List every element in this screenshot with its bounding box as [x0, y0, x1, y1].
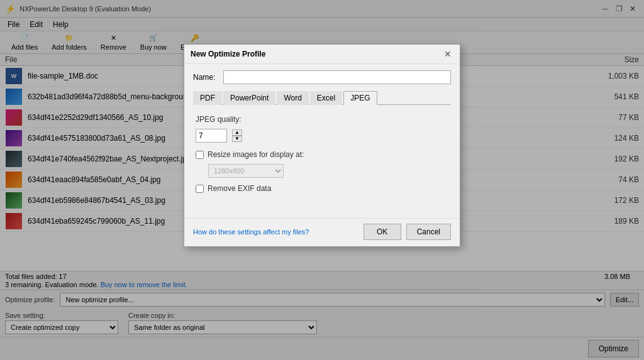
- tab-jpeg[interactable]: JPEG: [343, 91, 377, 105]
- name-row: Name:: [193, 70, 451, 84]
- tab-excel[interactable]: Excel: [310, 91, 342, 105]
- modal-overlay: New Optimize Profile ✕ Name: PDF PowerPo…: [0, 0, 644, 360]
- quality-up-button[interactable]: ▲: [232, 129, 242, 136]
- resize-label: Resize images for display at:: [208, 150, 304, 159]
- modal-footer: How do these settings affect my files? O…: [184, 218, 460, 246]
- name-input[interactable]: [223, 70, 451, 84]
- resize-row: Resize images for display at:: [196, 150, 448, 159]
- quality-down-button[interactable]: ▼: [232, 136, 242, 142]
- tab-word[interactable]: Word: [277, 91, 308, 105]
- tab-powerpoint[interactable]: PowerPoint: [223, 91, 275, 105]
- exif-checkbox[interactable]: [196, 185, 204, 193]
- cancel-button[interactable]: Cancel: [406, 224, 451, 240]
- modal-close-button[interactable]: ✕: [442, 48, 453, 60]
- new-optimize-profile-dialog: New Optimize Profile ✕ Name: PDF PowerPo…: [184, 44, 460, 247]
- ok-button[interactable]: OK: [364, 224, 401, 240]
- tabs: PDF PowerPoint Word Excel JPEG: [193, 90, 451, 105]
- quality-input[interactable]: [196, 129, 227, 143]
- modal-title-bar: New Optimize Profile ✕: [184, 45, 460, 64]
- resize-select[interactable]: 1280x800: [208, 164, 284, 178]
- quality-input-row: ▲ ▼: [196, 129, 448, 143]
- settings-help-link[interactable]: How do these settings affect my files?: [193, 228, 358, 236]
- modal-body: Name: PDF PowerPoint Word Excel JPEG JPE…: [184, 64, 460, 218]
- quality-row: JPEG quality:: [196, 115, 448, 124]
- quality-label: JPEG quality:: [196, 115, 242, 124]
- name-label: Name:: [193, 73, 218, 82]
- quality-spinner: ▲ ▼: [232, 129, 242, 142]
- tab-pdf[interactable]: PDF: [193, 91, 222, 105]
- exif-row: Remove EXIF data: [196, 184, 448, 193]
- exif-label: Remove EXIF data: [208, 184, 271, 193]
- resize-checkbox[interactable]: [196, 151, 204, 159]
- jpeg-tab-content: JPEG quality: ▲ ▼ Resize images for disp…: [193, 111, 451, 212]
- modal-title: New Optimize Profile: [191, 50, 265, 58]
